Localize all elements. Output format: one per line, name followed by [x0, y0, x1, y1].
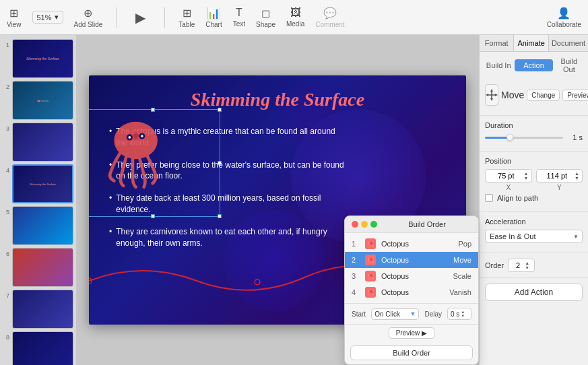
- slide-thumb-3[interactable]: 3: [3, 123, 73, 162]
- x-input-wrap[interactable]: ▲ ▼: [485, 169, 532, 182]
- bullet-dot-4: •: [109, 226, 112, 249]
- delay-down-icon[interactable]: ▼: [461, 314, 465, 318]
- add-slide-button[interactable]: ⊕ Add Slide: [74, 7, 103, 28]
- order-input-wrap[interactable]: ▲ ▼: [508, 259, 535, 272]
- build-order-list: 1 🐙 Octopus Pop 2 🐙 Octopus Move: [345, 233, 478, 303]
- popup-preview-arrow-icon: ▶: [422, 329, 427, 337]
- popup-maximize-dot[interactable]: [370, 221, 377, 228]
- comment-button[interactable]: 💬 Comment: [315, 7, 344, 28]
- zoom-value: 51%: [37, 13, 52, 22]
- slide-thumb-6[interactable]: 6: [3, 248, 73, 287]
- build-item-num-2: 2: [352, 256, 360, 264]
- duration-slider[interactable]: [485, 137, 563, 139]
- collaborate-label: Collaborate: [547, 21, 581, 28]
- build-order-item-1[interactable]: 1 🐙 Octopus Pop: [345, 236, 478, 252]
- y-input[interactable]: [540, 172, 575, 180]
- preview-button[interactable]: Preview ▶: [562, 90, 588, 101]
- delay-arrows: ▲ ▼: [461, 310, 465, 318]
- table-button[interactable]: ⊞ Table: [178, 7, 195, 28]
- collaborate-icon: 👤: [557, 7, 570, 20]
- order-input[interactable]: [511, 261, 525, 269]
- slide-thumb-4[interactable]: 4 Skimming the Surface: [3, 164, 73, 203]
- duration-section: Duration 1 s: [480, 116, 588, 152]
- shape-label: Shape: [256, 21, 275, 28]
- handle-tm[interactable]: [151, 108, 155, 112]
- slide-img-1[interactable]: Skimming the Surface: [12, 39, 73, 78]
- order-down-arrow[interactable]: ▼: [525, 265, 529, 270]
- build-order-item-2[interactable]: 2 🐙 Octopus Move: [345, 252, 478, 268]
- slide-thumb-2[interactable]: 2 🐙 ocean: [3, 81, 73, 120]
- separator-1: [116, 7, 117, 28]
- start-value-wrap[interactable]: On Click ▼: [371, 308, 419, 320]
- slide-num-7: 7: [3, 292, 9, 299]
- popup-close-dot[interactable]: [352, 221, 358, 228]
- x-down-arrow[interactable]: ▼: [524, 176, 529, 180]
- main-content-area: Skimming the Surface • The octopus is a …: [76, 35, 588, 365]
- tab-document[interactable]: Document: [549, 35, 588, 51]
- media-label: Media: [286, 20, 304, 28]
- slide-img-2[interactable]: 🐙 ocean: [12, 81, 73, 120]
- slide-thumb-1[interactable]: 1 Skimming the Surface: [3, 39, 73, 78]
- build-item-name-4: Octopus: [381, 288, 444, 296]
- action-button[interactable]: Action: [515, 59, 552, 71]
- slide-img-6[interactable]: [12, 248, 73, 287]
- view-button[interactable]: ⊞ View: [7, 7, 22, 28]
- comment-icon: 💬: [323, 7, 337, 20]
- media-button[interactable]: 🖼 Media: [286, 7, 304, 28]
- build-order-item-3[interactable]: 3 🐙 Octopus Scale: [345, 268, 478, 284]
- x-up-arrow[interactable]: ▲: [524, 171, 529, 176]
- add-action-button[interactable]: Add Action: [485, 284, 583, 301]
- popup-preview-button[interactable]: Preview ▶: [389, 327, 435, 339]
- chart-label: Chart: [205, 21, 222, 28]
- build-out-label[interactable]: Build Out: [556, 57, 583, 73]
- build-order-item-4[interactable]: 4 🐙 Octopus Vanish: [345, 284, 478, 300]
- slide-num-1: 1: [3, 42, 9, 48]
- delay-value-wrap[interactable]: 0 s ▲ ▼: [447, 308, 471, 320]
- align-path-checkbox[interactable]: [485, 194, 493, 202]
- build-item-action-3: Scale: [453, 272, 471, 280]
- x-input[interactable]: [488, 172, 524, 180]
- chart-button[interactable]: 📊 Chart: [205, 7, 222, 28]
- slide-img-8[interactable]: [12, 331, 73, 365]
- slide-img-4[interactable]: Skimming the Surface: [12, 164, 73, 203]
- play-button[interactable]: ▶: [135, 9, 145, 26]
- popup-dots: [352, 221, 377, 228]
- slide-thumb-5[interactable]: 5: [3, 206, 73, 245]
- popup-header: Build Order: [345, 216, 478, 233]
- shape-icon: ◻: [261, 7, 270, 20]
- slide-thumb-8[interactable]: 8: [3, 331, 73, 365]
- tab-animate[interactable]: Animate: [514, 35, 548, 51]
- zoom-control[interactable]: 51% ▾: [32, 11, 63, 24]
- build-in-label[interactable]: Build In: [485, 61, 512, 69]
- delay-label: Delay: [424, 310, 442, 318]
- text-button[interactable]: T Text: [233, 7, 245, 28]
- popup-preview-row: Preview ▶: [345, 324, 478, 341]
- slide-bullet-3: • They date back at least 300 million ye…: [109, 193, 345, 215]
- start-value: On Click: [374, 310, 410, 318]
- table-icon: ⊞: [183, 7, 191, 20]
- move-title: Move: [501, 90, 524, 100]
- collaborate-button[interactable]: 👤 Collaborate: [547, 7, 581, 28]
- slide-img-5[interactable]: [12, 206, 73, 245]
- slide-title: Skimming the Surface: [191, 89, 364, 110]
- slide-img-7[interactable]: [12, 290, 73, 329]
- y-up-arrow[interactable]: ▲: [575, 171, 579, 176]
- slide-num-6: 6: [3, 251, 9, 257]
- slider-thumb[interactable]: [507, 134, 513, 141]
- move-arrows-icon: [486, 89, 498, 101]
- start-dropdown-icon[interactable]: ▼: [410, 310, 416, 317]
- slide-img-3[interactable]: [12, 123, 73, 162]
- order-up-arrow[interactable]: ▲: [525, 261, 529, 265]
- change-button[interactable]: Change: [527, 90, 560, 101]
- slide-thumb-7[interactable]: 7: [3, 290, 73, 329]
- popup-build-order-button[interactable]: Build Order: [350, 345, 473, 360]
- acceleration-select[interactable]: Ease In & Out Linear Ease In Ease Out: [485, 230, 583, 243]
- y-down-arrow[interactable]: ▼: [575, 176, 579, 180]
- build-item-action-2: Move: [453, 256, 471, 264]
- slide-preview-1: Skimming the Surface: [13, 40, 73, 77]
- y-input-wrap[interactable]: ▲ ▼: [536, 169, 583, 182]
- popup-minimize-dot[interactable]: [361, 221, 368, 228]
- shape-button[interactable]: ◻ Shape: [256, 7, 275, 28]
- tab-format[interactable]: Format: [480, 35, 514, 51]
- x-field: ▲ ▼ X: [485, 169, 532, 191]
